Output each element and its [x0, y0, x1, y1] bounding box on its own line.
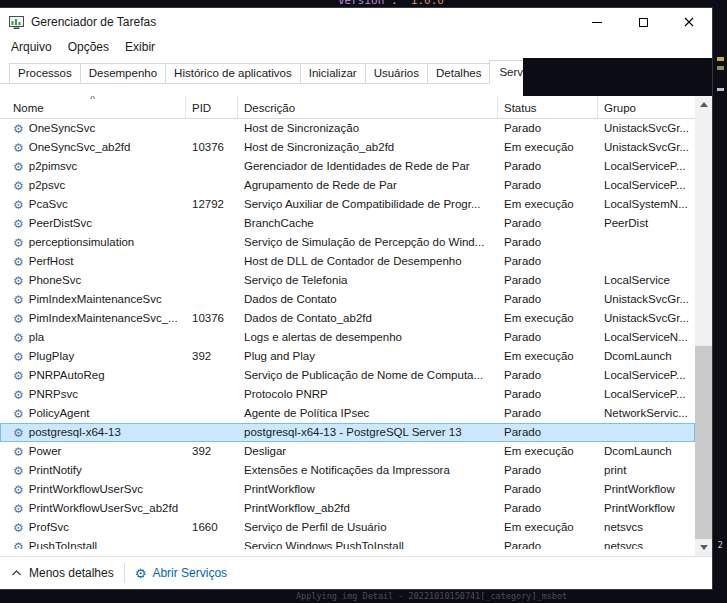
table-row[interactable]: ⚙ PimIndexMaintenanceSvc_... 10376 Dados…: [0, 309, 695, 328]
service-name: PNRPsvc: [29, 385, 78, 404]
tab-inicializar[interactable]: Inicializar: [300, 63, 366, 83]
service-name-cell: ⚙ OneSyncSvc: [0, 119, 186, 138]
menu-arquivo[interactable]: Arquivo: [3, 38, 60, 56]
table-row[interactable]: ⚙ OneSyncSvc Host de Sincronização Parad…: [0, 119, 695, 138]
service-group: NetworkServic...: [598, 404, 695, 423]
triangle-down-icon: [700, 545, 708, 550]
minimize-button[interactable]: [574, 8, 620, 36]
table-row[interactable]: ⚙ perceptionsimulation Serviço de Simula…: [0, 233, 695, 252]
service-pid: [186, 271, 238, 290]
task-manager-window: Gerenciador de Tarefas ArquivoOpçõesExib…: [0, 8, 712, 589]
table-row[interactable]: ⚙ postgresql-x64-13 postgresql-x64-13 - …: [0, 423, 695, 442]
service-group: [598, 252, 695, 271]
chevron-up-icon: [11, 569, 22, 577]
table-row[interactable]: ⚙ PNRPAutoReg Serviço de Publicação de N…: [0, 366, 695, 385]
service-name-cell: ⚙ PeerDistSvc: [0, 214, 186, 233]
table-row[interactable]: ⚙ PimIndexMaintenanceSvc Dados de Contat…: [0, 290, 695, 309]
menu-bar: ArquivoOpçõesExibir: [0, 36, 712, 58]
service-gear-icon: ⚙: [13, 446, 24, 458]
service-name-cell: ⚙ OneSyncSvc_ab2fd: [0, 138, 186, 157]
open-services-label: Abrir Serviços: [152, 566, 227, 580]
service-pid: [186, 290, 238, 309]
table-row[interactable]: ⚙ Power 392 Desligar Em execução DcomLau…: [0, 442, 695, 461]
service-name: perceptionsimulation: [29, 233, 134, 252]
table-row[interactable]: ⚙ ProfSvc 1660 Serviço de Perfil de Usuá…: [0, 518, 695, 537]
maximize-button[interactable]: [620, 8, 666, 36]
service-name-cell: ⚙ PlugPlay: [0, 347, 186, 366]
menu-exibir[interactable]: Exibir: [117, 38, 163, 56]
table-row[interactable]: ⚙ PerfHost Host de DLL de Contador de De…: [0, 252, 695, 271]
service-name: PolicyAgent: [29, 404, 90, 423]
column-header-descricao[interactable]: Descrição: [238, 96, 498, 118]
table-row[interactable]: ⚙ PeerDistSvc BranchCache Parado PeerDis…: [0, 214, 695, 233]
service-gear-icon: ⚙: [13, 275, 24, 287]
column-header-pid[interactable]: PID: [186, 96, 238, 118]
table-row[interactable]: ⚙ PrintWorkflowUserSvc_ab2fd PrintWorkfl…: [0, 499, 695, 518]
editor-edge-number: 2: [718, 540, 723, 550]
table-row[interactable]: ⚙ PushToInstall Serviço Windows PushToIn…: [0, 537, 695, 549]
fewer-details-label: Menos detalhes: [29, 566, 114, 580]
table-row[interactable]: ⚙ PlugPlay 392 Plug and Play Em execução…: [0, 347, 695, 366]
tab-processos[interactable]: Processos: [9, 63, 81, 83]
tab-detalhes[interactable]: Detalhes: [427, 63, 490, 83]
service-name: PeerDistSvc: [29, 214, 92, 233]
fewer-details-button[interactable]: Menos detalhes: [11, 566, 114, 580]
tab-historico-de-aplicativos[interactable]: Histórico de aplicativos: [165, 63, 301, 83]
table-row[interactable]: ⚙ pla Logs e alertas de desempenho Parad…: [0, 328, 695, 347]
service-status: Parado: [498, 252, 598, 271]
desktop-background: version : '1.0.0' Applying img Detail - …: [0, 0, 727, 603]
service-gear-icon: ⚙: [13, 199, 24, 211]
service-description: Serviço Windows PushToInstall: [238, 537, 498, 549]
service-pid: [186, 366, 238, 385]
service-name: p2pimsvc: [29, 157, 78, 176]
column-header-nome[interactable]: Nome^: [0, 96, 186, 118]
service-pid: 392: [186, 347, 238, 366]
column-header-grupo[interactable]: Grupo: [598, 96, 695, 118]
table-row[interactable]: ⚙ OneSyncSvc_ab2fd 10376 Host de Sincron…: [0, 138, 695, 157]
service-name: Power: [29, 442, 62, 461]
table-row[interactable]: ⚙ PcaSvc 12792 Serviço Auxiliar de Compa…: [0, 195, 695, 214]
service-gear-icon: ⚙: [13, 313, 24, 325]
service-name-cell: ⚙ p2psvc: [0, 176, 186, 195]
service-name-cell: ⚙ PrintNotify: [0, 461, 186, 480]
service-description: PrintWorkflow: [238, 480, 498, 499]
table-row[interactable]: ⚙ PNRPsvc Protocolo PNRP Parado LocalSer…: [0, 385, 695, 404]
service-name-cell: ⚙ p2pimsvc: [0, 157, 186, 176]
service-description: Extensões e Notificações da Impressora: [238, 461, 498, 480]
service-description: Host de DLL de Contador de Desempenho: [238, 252, 498, 271]
scrollbar-thumb[interactable]: [695, 346, 712, 539]
service-gear-icon: ⚙: [13, 180, 24, 192]
table-row[interactable]: ⚙ PhoneSvc Serviço de Telefonia Parado L…: [0, 271, 695, 290]
table-row[interactable]: ⚙ PrintNotify Extensões e Notificações d…: [0, 461, 695, 480]
service-group: PrintWorkflow: [598, 499, 695, 518]
vertical-scrollbar[interactable]: [695, 96, 712, 556]
table-row[interactable]: ⚙ p2pimsvc Gerenciador de Identidades de…: [0, 157, 695, 176]
service-gear-icon: ⚙: [13, 522, 24, 534]
service-gear-icon: ⚙: [13, 123, 24, 135]
tab-usuarios[interactable]: Usuários: [365, 63, 428, 83]
service-name-cell: ⚙ PhoneSvc: [0, 271, 186, 290]
code-key: version: [338, 0, 384, 7]
scroll-up-button[interactable]: [695, 96, 712, 113]
menu-opcoes[interactable]: Opções: [60, 38, 117, 56]
service-description: BranchCache: [238, 214, 498, 233]
title-bar: Gerenciador de Tarefas: [0, 8, 712, 36]
window-controls: [574, 8, 712, 36]
table-row[interactable]: ⚙ p2psvc Agrupamento de Rede de Par Para…: [0, 176, 695, 195]
service-group: netsvcs: [598, 537, 695, 549]
service-status: Parado: [498, 404, 598, 423]
service-description: Dados de Contato_ab2fd: [238, 309, 498, 328]
open-services-link[interactable]: ⚙ Abrir Serviços: [135, 566, 227, 580]
service-pid: [186, 233, 238, 252]
scroll-down-button[interactable]: [695, 539, 712, 556]
table-row[interactable]: ⚙ PrintWorkflowUserSvc PrintWorkflow Par…: [0, 480, 695, 499]
tab-desempenho[interactable]: Desempenho: [80, 63, 166, 83]
service-name-cell: ⚙ PerfHost: [0, 252, 186, 271]
service-gear-icon: ⚙: [13, 541, 24, 550]
service-name-cell: ⚙ postgresql-x64-13: [0, 423, 186, 442]
table-row[interactable]: ⚙ PolicyAgent Agente de Política IPsec P…: [0, 404, 695, 423]
service-gear-icon: ⚙: [13, 408, 24, 420]
close-button[interactable]: [666, 8, 712, 36]
column-header-status[interactable]: Status: [498, 96, 598, 118]
service-description: postgresql-x64-13 - PostgreSQL Server 13: [238, 423, 498, 442]
